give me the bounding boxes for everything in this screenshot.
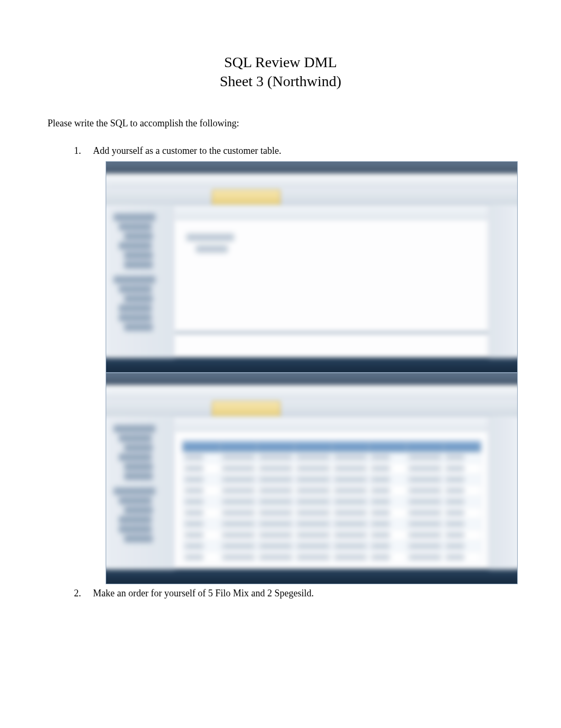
question-number: 2.	[74, 587, 86, 600]
active-tab	[212, 401, 280, 416]
question-list: 1. Add yourself as a customer to the cus…	[48, 145, 513, 600]
properties-panel	[489, 417, 517, 569]
window-toolbar	[106, 399, 517, 417]
object-explorer-panel	[106, 417, 175, 569]
screenshot-sql-editor	[106, 161, 518, 373]
window-titlebar	[106, 373, 517, 385]
window-statusbar	[106, 569, 517, 584]
window-toolbar	[106, 187, 517, 205]
title-line-2: Sheet 3 (Northwind)	[48, 72, 513, 91]
window-menubar	[106, 385, 517, 399]
sql-editor-area	[175, 205, 489, 357]
results-table	[182, 441, 481, 563]
instruction-text: Please write the SQL to accomplish the f…	[48, 118, 513, 129]
window-menubar	[106, 173, 517, 187]
window-statusbar	[106, 357, 517, 372]
question-1: 1. Add yourself as a customer to the cus…	[74, 145, 513, 584]
properties-panel	[489, 205, 517, 357]
question-number: 1.	[74, 145, 86, 157]
active-tab	[212, 189, 280, 205]
window-titlebar	[106, 162, 517, 173]
title-line-1: SQL Review DML	[48, 53, 513, 72]
question-text: Make an order for yourself of 5 Filo Mix…	[93, 587, 314, 600]
screenshot-group	[106, 161, 518, 584]
document-title-block: SQL Review DML Sheet 3 (Northwind)	[48, 53, 513, 91]
question-text: Add yourself as a customer to the custom…	[93, 145, 281, 157]
object-explorer-panel	[106, 205, 175, 357]
results-grid-area	[175, 417, 489, 569]
screenshot-results-grid	[106, 373, 518, 584]
question-2: 2. Make an order for yourself of 5 Filo …	[74, 587, 513, 600]
